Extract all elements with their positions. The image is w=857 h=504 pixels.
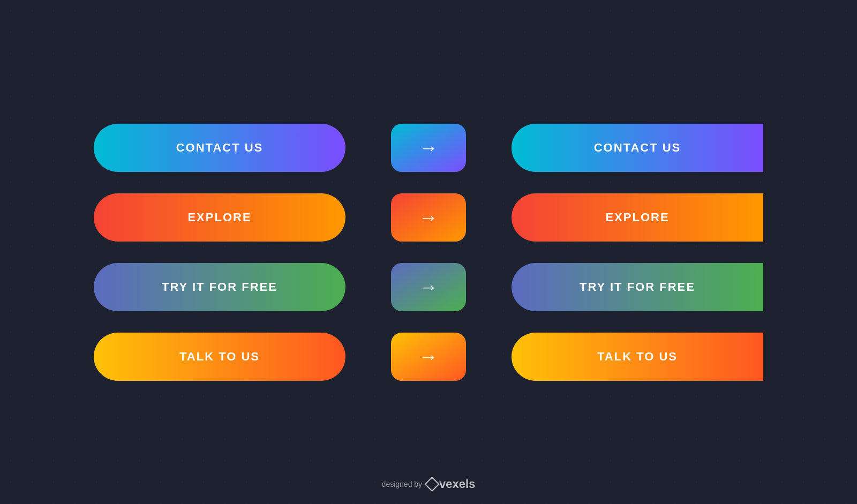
try-free-flat-button[interactable]: TRY IT FOR FREE	[512, 263, 763, 311]
contact-us-flat-button[interactable]: CONTACT US	[512, 124, 763, 172]
designed-by-text: designed by	[382, 480, 423, 488]
contact-us-pill-button[interactable]: CONTACT US	[94, 124, 345, 172]
vexels-brand-name: vexels	[439, 477, 475, 491]
arrow-icon: →	[419, 347, 438, 366]
arrow-icon: →	[419, 208, 438, 227]
contact-us-arrow-button[interactable]: →	[391, 124, 466, 172]
vexels-logo: vexels	[426, 477, 475, 491]
button-grid: CONTACT US → CONTACT US EXPLORE → EXPLOR…	[86, 124, 771, 381]
arrow-icon: →	[419, 138, 438, 157]
try-free-arrow-button[interactable]: →	[391, 263, 466, 311]
vexels-diamond-icon	[424, 477, 439, 492]
explore-arrow-button[interactable]: →	[391, 193, 466, 242]
try-free-pill-button[interactable]: TRY IT FOR FREE	[94, 263, 345, 311]
arrow-icon: →	[419, 277, 438, 297]
talk-to-us-pill-button[interactable]: TALK TO US	[94, 333, 345, 381]
talk-to-us-flat-button[interactable]: TALK TO US	[512, 333, 763, 381]
footer: designed by vexels	[382, 477, 476, 491]
talk-to-us-arrow-button[interactable]: →	[391, 333, 466, 381]
explore-flat-button[interactable]: EXPLORE	[512, 193, 763, 242]
explore-pill-button[interactable]: EXPLORE	[94, 193, 345, 242]
